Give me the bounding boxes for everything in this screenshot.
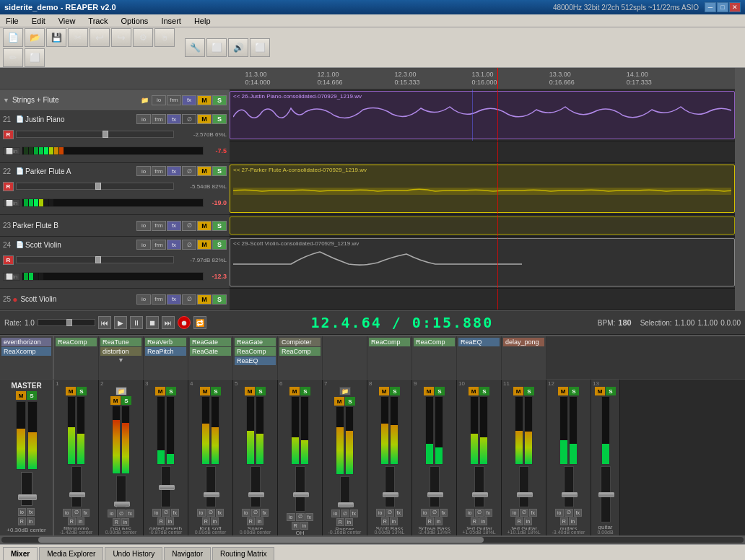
menu-help[interactable]: Help (191, 17, 214, 25)
clip-21[interactable]: << 26-Justin Piano-consolidated-070929_1… (230, 91, 735, 139)
track-23-m[interactable]: M (197, 221, 212, 231)
toolbar-open[interactable]: 📂 (25, 28, 45, 47)
master-fx-btn[interactable]: fx (27, 508, 35, 516)
group-folder-icon[interactable]: 📁 (141, 97, 149, 104)
ch10-phi[interactable]: ∅ (475, 509, 484, 517)
plugin-reatune[interactable]: ReaTune (100, 338, 141, 346)
plugin-reacomp-2[interactable]: ReaComp (235, 347, 276, 356)
ch11-s[interactable]: S (524, 387, 534, 395)
tab-routing-matrix[interactable]: Routing Matrix (212, 547, 274, 560)
toolbar-meta2[interactable]: ⬜ (206, 38, 227, 57)
track-22-s[interactable]: S (212, 166, 227, 176)
master-m-btn[interactable]: M (16, 391, 26, 400)
toolbar-undo[interactable]: ↩ (90, 28, 110, 47)
ch7-io[interactable]: io (331, 509, 339, 517)
ch8-fader[interactable] (385, 466, 395, 507)
ch9-fx[interactable]: fx (440, 509, 448, 517)
ch7-phi[interactable]: ∅ (341, 509, 349, 517)
group-frm-btn[interactable]: frm (167, 95, 181, 105)
menu-insert[interactable]: Insert (158, 17, 184, 25)
ch2-io[interactable]: io (108, 509, 116, 517)
ch5-r[interactable]: R (247, 517, 255, 525)
track-25-phase[interactable]: ∅ (182, 294, 196, 305)
ch1-s[interactable]: S (77, 387, 87, 395)
transport-record[interactable]: ⏺ (178, 316, 191, 329)
ch2-m[interactable]: M (110, 396, 121, 405)
ch12-r[interactable]: R (560, 517, 568, 525)
ch11-io[interactable]: io (510, 509, 518, 517)
master-fader[interactable] (21, 472, 32, 506)
ch2-r[interactable]: R (113, 518, 121, 526)
plugin-reapitch[interactable]: ReaPitch (145, 347, 186, 356)
track-21-r[interactable]: R (3, 130, 14, 139)
master-s-btn[interactable]: S (27, 391, 37, 400)
clip-24[interactable]: << 29-Scott Violin-consolidated-070929_1… (230, 238, 735, 286)
toolbar-pencil[interactable]: ✏ (3, 48, 23, 67)
mixer-scrollbar-h[interactable] (0, 535, 745, 544)
ch4-in[interactable]: in (211, 517, 219, 525)
track-23-s[interactable]: S (212, 221, 227, 231)
track-22-phase[interactable]: ∅ (182, 166, 196, 176)
group-m-btn[interactable]: M (197, 95, 212, 105)
track-24-fader[interactable] (16, 256, 174, 263)
ch1-r[interactable]: R (68, 517, 76, 525)
ch6-in[interactable]: in (300, 522, 308, 530)
group-s-btn[interactable]: S (212, 95, 227, 105)
plugin-reacomp-1[interactable]: ReaComp (56, 338, 97, 346)
clip-22[interactable]: << 27-Parker Flute A-consolidated-070929… (230, 165, 735, 213)
track-25-fx[interactable]: fx (167, 294, 181, 305)
ch5-s[interactable]: S (256, 387, 266, 395)
tab-mixer[interactable]: Mixer (3, 547, 38, 560)
track-21-recin[interactable]: ⬜in (3, 147, 20, 155)
ch4-fx[interactable]: fx (216, 509, 224, 517)
toolbar-save[interactable]: 💾 (46, 28, 66, 47)
plugin-reaxcomp[interactable]: ReaXcomp (1, 347, 51, 356)
ch4-m[interactable]: M (200, 387, 210, 395)
menu-view[interactable]: View (56, 17, 79, 25)
track-25-s[interactable]: S (212, 294, 227, 305)
ch3-fader[interactable] (161, 466, 171, 507)
menu-track[interactable]: Track (85, 17, 110, 25)
track-24-r[interactable]: R (3, 255, 14, 265)
track-24-fx[interactable]: fx (167, 240, 181, 250)
toolbar-tool1[interactable]: ⚙ (133, 28, 153, 47)
ch8-fx[interactable]: fx (395, 509, 403, 517)
clip-23[interactable] (230, 216, 735, 235)
ch8-m[interactable]: M (379, 387, 389, 395)
ch12-fader[interactable] (564, 466, 574, 507)
toolbar-meta1[interactable]: 🔧 (185, 38, 205, 57)
toolbar-eraser[interactable]: ⬜ (25, 48, 45, 67)
ch3-in[interactable]: in (166, 517, 174, 525)
ch9-phi[interactable]: ∅ (430, 509, 439, 517)
ch8-io[interactable]: io (376, 509, 384, 517)
plugin-delay-pong[interactable]: delay_pong (503, 338, 544, 346)
ch9-fader[interactable] (430, 466, 440, 507)
ch7-fader[interactable] (340, 476, 350, 508)
close-button[interactable]: ✕ (729, 2, 741, 12)
ch2-in[interactable]: in (121, 518, 129, 526)
ch6-fx[interactable]: fx (305, 513, 313, 521)
ch1-in[interactable]: in (77, 517, 84, 525)
ch2-s[interactable]: S (121, 396, 131, 405)
ch11-fx[interactable]: fx (529, 509, 537, 517)
ch6-fader[interactable] (295, 466, 305, 512)
menu-file[interactable]: File (3, 17, 22, 25)
toolbar-meta3[interactable]: 🔊 (228, 38, 248, 57)
ch2-fader[interactable] (116, 476, 126, 508)
track-25-m[interactable]: M (197, 294, 212, 305)
ch13-m[interactable]: M (595, 387, 605, 395)
ch7-s[interactable]: S (345, 397, 355, 406)
ch11-phi[interactable]: ∅ (520, 509, 528, 517)
ch5-io[interactable]: io (242, 509, 250, 517)
ch5-fx[interactable]: fx (261, 509, 269, 517)
group-fx-btn[interactable]: fx (182, 95, 196, 105)
ch4-r[interactable]: R (202, 517, 210, 525)
ch10-m[interactable]: M (469, 387, 479, 395)
track-24-s[interactable]: S (212, 240, 227, 250)
track-23-frm[interactable]: frm (152, 221, 166, 231)
track-22-m[interactable]: M (197, 166, 212, 176)
ch9-r[interactable]: R (426, 517, 434, 525)
plugin-reagate-3[interactable]: ReaGate (235, 338, 276, 346)
ch6-io[interactable]: io (287, 513, 295, 521)
ch2-phi[interactable]: ∅ (117, 509, 126, 517)
